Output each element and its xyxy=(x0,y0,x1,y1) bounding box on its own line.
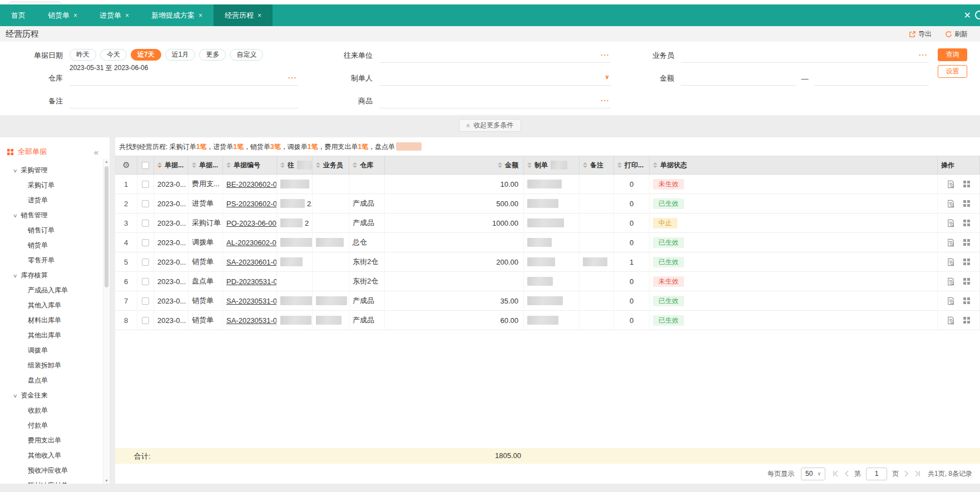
tab-经营历程[interactable]: 经营历程× xyxy=(214,4,273,26)
per-page-select[interactable]: 50 ∨ xyxy=(801,468,825,480)
sidebar-item-材料出库单[interactable]: 材料出库单 xyxy=(0,313,110,328)
more-grid-icon[interactable] xyxy=(963,316,971,324)
column-header-type[interactable]: 单据... xyxy=(189,156,223,175)
tab-首页[interactable]: 首页 xyxy=(0,4,37,26)
more-grid-icon[interactable] xyxy=(963,297,971,305)
date-pill-近7天[interactable]: 近7天 xyxy=(131,49,161,61)
sort-icon[interactable] xyxy=(583,162,587,168)
row-checkbox[interactable] xyxy=(142,297,149,305)
sidebar-item-预付冲应付单[interactable]: 预付冲应付单 xyxy=(0,478,110,484)
ellipsis-icon[interactable]: ··· xyxy=(919,51,928,59)
scroll-down-icon[interactable]: ▼ xyxy=(103,479,110,483)
sidebar-item-采购订单[interactable]: 采购订单 xyxy=(0,178,110,193)
ellipsis-icon[interactable]: ··· xyxy=(601,51,610,59)
pager-prev-icon[interactable] xyxy=(844,470,849,477)
scroll-up-icon[interactable]: ▲ xyxy=(103,160,110,163)
sort-icon[interactable] xyxy=(157,162,162,168)
warehouse-input[interactable]: ··· xyxy=(70,72,298,86)
print-preview-icon[interactable] xyxy=(947,180,955,188)
tab-close-icon[interactable]: × xyxy=(125,12,129,19)
document-code-link[interactable]: PO-2023-06-001 xyxy=(226,219,277,227)
sidebar-item-收款单[interactable]: 收款单 xyxy=(0,403,110,418)
pager-next-icon[interactable] xyxy=(904,470,909,477)
goods-input[interactable]: ··· xyxy=(379,95,611,108)
print-preview-icon[interactable] xyxy=(947,200,955,208)
more-grid-icon[interactable] xyxy=(963,180,971,188)
column-header-print[interactable]: 打印... xyxy=(614,156,650,175)
close-icon[interactable]: ✕ xyxy=(964,4,971,26)
tab-新增提成方案[interactable]: 新增提成方案× xyxy=(140,4,214,26)
column-header-salesman[interactable]: 业务员 xyxy=(313,156,349,175)
document-code-link[interactable]: PS-20230602-001 xyxy=(226,200,277,208)
settings-button[interactable]: 设置 xyxy=(938,65,967,78)
column-settings-cell[interactable]: ⚙ xyxy=(115,156,137,175)
date-pill-自定义[interactable]: 自定义 xyxy=(230,49,263,61)
sidebar-group-采购管理[interactable]: ∨采购管理 xyxy=(0,163,110,178)
refresh-button[interactable]: 刷新 xyxy=(945,29,968,39)
sidebar-item-销货单[interactable]: 销货单 xyxy=(0,238,110,253)
print-preview-icon[interactable] xyxy=(947,297,955,305)
sidebar-item-预收冲应收单[interactable]: 预收冲应收单 xyxy=(0,463,110,478)
row-checkbox[interactable] xyxy=(142,220,149,227)
sidebar-group-资金往来[interactable]: ∨资金往来 xyxy=(0,388,110,403)
date-pill-今天[interactable]: 今天 xyxy=(100,49,127,61)
print-preview-icon[interactable] xyxy=(947,277,955,286)
document-code-link[interactable]: SA-20230531-01 xyxy=(226,316,277,325)
more-grid-icon[interactable] xyxy=(963,277,971,285)
document-code-link[interactable]: AL-20230602-001 xyxy=(226,238,277,247)
sidebar-group-销售管理[interactable]: ∨销售管理 xyxy=(0,208,110,223)
sort-icon[interactable] xyxy=(653,162,657,168)
select-all-checkbox[interactable] xyxy=(142,162,149,169)
sidebar-item-调拨单[interactable]: 调拨单 xyxy=(0,343,110,358)
print-preview-icon[interactable] xyxy=(947,219,955,227)
date-pill-更多[interactable]: 更多 xyxy=(199,49,226,61)
tab-close-icon[interactable]: × xyxy=(199,12,202,19)
pager-first-icon[interactable] xyxy=(832,470,839,477)
more-grid-icon[interactable] xyxy=(963,200,971,207)
ellipsis-icon[interactable]: ··· xyxy=(288,73,297,82)
sidebar-item-销售订单[interactable]: 销售订单 xyxy=(0,223,110,238)
sort-icon[interactable] xyxy=(226,162,231,168)
sidebar-item-付款单[interactable]: 付款单 xyxy=(0,418,110,433)
row-checkbox[interactable] xyxy=(142,278,149,285)
amount-max-input[interactable] xyxy=(814,72,929,86)
amount-min-input[interactable] xyxy=(681,72,796,86)
row-checkbox[interactable] xyxy=(142,239,149,246)
tab-进货单[interactable]: 进货单× xyxy=(88,4,140,26)
pager-last-icon[interactable] xyxy=(914,470,921,477)
print-preview-icon[interactable] xyxy=(947,238,955,247)
print-preview-icon[interactable] xyxy=(947,316,955,325)
sidebar-item-其他出库单[interactable]: 其他出库单 xyxy=(0,328,110,343)
tab-close-icon[interactable]: × xyxy=(258,12,261,19)
export-button[interactable]: 导出 xyxy=(909,29,932,39)
tab-销货单[interactable]: 销货单× xyxy=(37,4,88,26)
column-header-partner[interactable]: 往 xyxy=(277,156,313,175)
sidebar-item-盘点单[interactable]: 盘点单 xyxy=(0,373,110,388)
salesman-input[interactable]: ··· xyxy=(681,49,929,63)
collapse-more-filters-button[interactable]: « 收起更多条件 xyxy=(459,119,522,132)
document-code-link[interactable]: BE-20230602-001 xyxy=(226,180,277,188)
maker-input[interactable]: ∨ xyxy=(379,72,611,86)
column-header-maker[interactable]: 制单 xyxy=(524,156,580,175)
column-header-code[interactable]: 单据编号 xyxy=(223,156,277,175)
page-number-input[interactable] xyxy=(866,468,887,480)
sidebar-item-组装拆卸单[interactable]: 组装拆卸单 xyxy=(0,358,110,373)
sort-icon[interactable] xyxy=(498,162,502,168)
sidebar-item-产成品入库单[interactable]: 产成品入库单 xyxy=(0,283,110,298)
partner-input[interactable]: ··· xyxy=(379,49,611,63)
query-button[interactable]: 查询 xyxy=(938,48,967,61)
sidebar-scrollbar[interactable]: ▲ ▼ xyxy=(103,158,110,484)
row-checkbox[interactable] xyxy=(142,181,149,188)
sort-icon[interactable] xyxy=(316,162,320,168)
column-header-status[interactable]: 单据状态 xyxy=(650,156,938,175)
chevron-down-icon[interactable]: ∨ xyxy=(605,73,610,81)
sidebar-item-其他入库单[interactable]: 其他入库单 xyxy=(0,298,110,313)
column-header-amount[interactable]: 金额 xyxy=(385,156,524,175)
date-pill-近1月[interactable]: 近1月 xyxy=(165,49,196,61)
sidebar-item-零售开单[interactable]: 零售开单 xyxy=(0,253,110,268)
remark-input[interactable] xyxy=(70,95,298,108)
column-header-date[interactable]: 单据... xyxy=(154,156,189,175)
row-checkbox[interactable] xyxy=(142,317,149,324)
more-grid-icon[interactable] xyxy=(963,238,971,246)
sidebar-item-进货单[interactable]: 进货单 xyxy=(0,193,110,208)
